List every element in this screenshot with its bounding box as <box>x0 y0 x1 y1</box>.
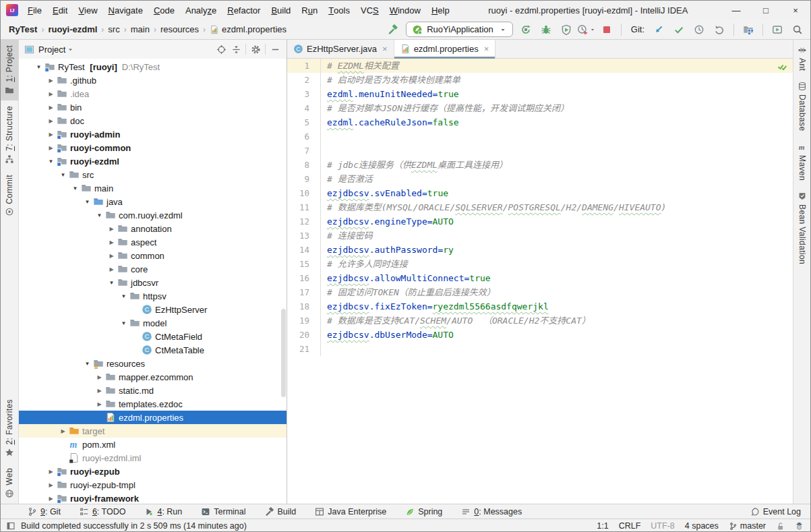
locate-button[interactable] <box>214 42 229 57</box>
code-line-15[interactable]: 15# 允许多人同时连接 <box>287 257 793 271</box>
status-crlf[interactable]: CRLF <box>619 521 641 531</box>
tree-row-main[interactable]: ▼main <box>19 181 287 195</box>
profiler-button[interactable] <box>579 22 594 37</box>
stripe-item-2-favorites[interactable]: 2: Favorites <box>1 394 18 463</box>
status-4-spaces[interactable]: 4 spaces <box>685 521 719 531</box>
code-line-14[interactable]: 14ezjdbcsv.authPassword=ry <box>287 243 793 257</box>
toolwindow-button-6-todo[interactable]: 6: TODO <box>80 507 126 516</box>
tree-row-pom-xml[interactable]: mpom.xml <box>19 438 287 451</box>
tree-row-ruoyi-ezpub-tmpl[interactable]: ▶ruoyi-ezpub-tmpl <box>19 478 287 492</box>
menu-item-tools[interactable]: Tools <box>323 1 355 20</box>
status-utf-8[interactable]: UTF-8 <box>651 521 674 531</box>
tree-row-ruoyi-admin[interactable]: ▶ruoyi-admin <box>19 127 287 141</box>
tree-row-ruoyi-common[interactable]: ▶ruoyi-common <box>19 141 287 154</box>
expand-arrow-icon[interactable]: ▶ <box>46 469 56 475</box>
stripe-item-database[interactable]: Database <box>793 76 810 137</box>
breadcrumb-item-main[interactable]: main <box>131 24 150 34</box>
hector-icon[interactable] <box>795 522 804 531</box>
vcs-commit-button[interactable] <box>671 22 686 37</box>
code-line-21[interactable]: 21 <box>287 342 793 356</box>
minimize-button[interactable]: — <box>721 1 751 20</box>
tree-row-bin[interactable]: ▶bin <box>19 100 287 114</box>
toolwindow-button-0-messages[interactable]: 0: Messages <box>461 507 522 516</box>
menu-item-analyze[interactable]: Analyze <box>180 1 222 20</box>
toolwindow-button-9-git[interactable]: 9: Git <box>28 507 61 516</box>
expand-arrow-icon[interactable]: ▶ <box>46 131 56 138</box>
chevron-down-icon[interactable] <box>67 46 74 53</box>
stripe-item-maven[interactable]: mMaven <box>793 137 810 186</box>
settings-gear-button[interactable] <box>248 42 263 57</box>
collapse-arrow-icon[interactable]: ▼ <box>70 185 80 191</box>
tree-row-jdbcsvr[interactable]: ▼jdbcsvr <box>19 276 287 289</box>
tree-row-templates-ezdoc[interactable]: ▶templates.ezdoc <box>19 397 287 411</box>
tree-row-src[interactable]: ▼src <box>19 168 287 181</box>
breadcrumb-item-rytest[interactable]: RyTest <box>9 24 37 34</box>
tree-row-mapper-ezcommon[interactable]: ▶mapper.ezcommon <box>19 370 287 384</box>
menu-item-file[interactable]: File <box>22 1 47 20</box>
breadcrumb-item-ezdml-properties[interactable]: ezdml.properties <box>210 24 287 34</box>
history-button[interactable] <box>692 22 707 37</box>
tree-row-doc[interactable]: ▶doc <box>19 114 287 127</box>
expand-arrow-icon[interactable]: ▶ <box>107 266 117 272</box>
close-tab-icon[interactable]: × <box>484 44 489 54</box>
breadcrumb-item-resources[interactable]: resources <box>160 24 199 34</box>
menu-item-vcs[interactable]: VCS <box>355 1 384 20</box>
vcs-update-button[interactable] <box>651 22 666 37</box>
collapse-arrow-icon[interactable]: ▼ <box>82 199 92 205</box>
collapse-arrow-icon[interactable]: ▼ <box>94 212 104 218</box>
tree-row--github[interactable]: ▶.github <box>19 73 287 87</box>
tree-row-java[interactable]: ▼java <box>19 195 287 208</box>
editor[interactable]: 1# EZDML相关配置2# 启动时是否为发布模块创建菜单3ezdml.menu… <box>287 59 793 504</box>
run-anything-button[interactable] <box>770 22 785 37</box>
expand-arrow-icon[interactable]: ▶ <box>58 428 68 434</box>
inspections-ok-icon[interactable] <box>777 61 787 71</box>
menu-item-refactor[interactable]: Refactor <box>222 1 266 20</box>
code-line-2[interactable]: 2# 启动时是否为发布模块创建菜单 <box>287 73 793 87</box>
expand-arrow-icon[interactable]: ▶ <box>46 145 56 151</box>
code-line-20[interactable]: 20ezjdbcsv.dbUserMode=AUTO <box>287 328 793 342</box>
editor-tab-ezhttpserver-java[interactable]: CEzHttpServer.java× <box>287 40 394 58</box>
code-line-5[interactable]: 5ezdml.cacheRuleJson=false <box>287 115 793 129</box>
rollback-button[interactable] <box>712 22 727 37</box>
tree-row--idea[interactable]: ▶.idea <box>19 87 287 100</box>
toolwindow-button-build[interactable]: Build <box>265 507 297 516</box>
close-button[interactable]: × <box>781 1 810 20</box>
menu-item-window[interactable]: Window <box>384 1 426 20</box>
tree-row-ctmetatable[interactable]: CCtMetaTable <box>19 343 287 357</box>
code-line-10[interactable]: 10ezjdbcsv.svEnabled=true <box>287 186 793 200</box>
expand-arrow-icon[interactable]: ▶ <box>46 496 56 502</box>
code-line-9[interactable]: 9# 是否激活 <box>287 172 793 186</box>
collapse-arrow-icon[interactable]: ▼ <box>107 280 117 286</box>
tree-row-static-md[interactable]: ▶static.md <box>19 384 287 397</box>
expand-arrow-icon[interactable]: ▶ <box>46 91 56 97</box>
run-with-coverage-button[interactable] <box>559 22 574 37</box>
unlock-icon[interactable] <box>776 522 785 531</box>
code-line-7[interactable]: 7 <box>287 144 793 158</box>
toolwindow-switcher-icon[interactable] <box>6 521 16 531</box>
tree-row-model[interactable]: ▼model <box>19 316 287 330</box>
stripe-item-1-project[interactable]: 1: Project <box>1 40 18 100</box>
collapse-arrow-icon[interactable]: ▼ <box>46 158 56 165</box>
debug-button[interactable] <box>539 22 553 37</box>
collapse-arrow-icon[interactable]: ▼ <box>58 172 68 178</box>
tree-row-rytest[interactable]: ▼RyTest [ruoyi]D:\RyTest <box>19 60 287 73</box>
stripe-item-ant[interactable]: Ant <box>793 40 810 76</box>
tree-row-ctmetafield[interactable]: CCtMetaField <box>19 330 287 343</box>
project-tree-scrollbar[interactable] <box>281 309 286 397</box>
expand-arrow-icon[interactable]: ▶ <box>107 226 117 232</box>
stripe-item-commit[interactable]: Commit <box>1 169 18 223</box>
event-log-button[interactable]: Event Log <box>750 507 801 516</box>
close-tab-icon[interactable]: × <box>382 44 388 54</box>
menu-item-build[interactable]: Build <box>266 1 296 20</box>
code-line-1[interactable]: 1# EZDML相关配置 <box>287 59 793 73</box>
project-structure-button[interactable] <box>741 22 756 37</box>
menu-item-code[interactable]: Code <box>148 1 180 20</box>
tree-row-httpsv[interactable]: ▼httpsv <box>19 289 287 303</box>
code-line-18[interactable]: 18ezjdbcsv.fixEzToken=ryezdml5566asdfqwe… <box>287 299 793 314</box>
expand-arrow-icon[interactable]: ▶ <box>94 374 104 380</box>
stripe-item-web[interactable]: Web <box>1 463 18 504</box>
code-line-17[interactable]: 17# 固定访问TOKEN（防止重启后连接失效） <box>287 285 793 299</box>
breadcrumb-item-src[interactable]: src <box>108 24 119 34</box>
status-1-1[interactable]: 1:1 <box>597 521 608 531</box>
editor-tab-ezdml-properties[interactable]: ezdml.properties× <box>394 40 496 58</box>
